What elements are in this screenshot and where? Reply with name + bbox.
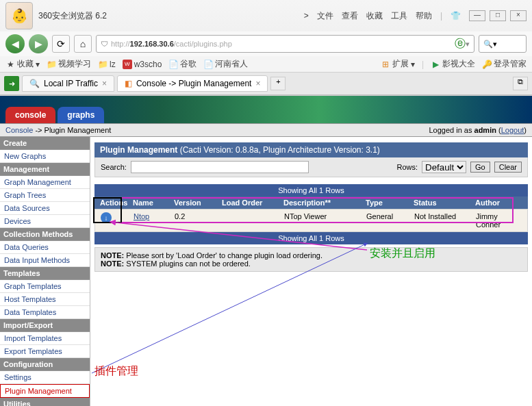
- nav-head-util: Utilities: [0, 398, 90, 406]
- url-bar[interactable]: 🛡 http:// 192.168.30.6 /cacti/plugins.ph…: [96, 35, 474, 53]
- bm-w3[interactable]: Ww3scho: [123, 60, 162, 69]
- go-button[interactable]: Go: [470, 162, 490, 173]
- cell-version: 0.2: [172, 212, 220, 229]
- note-label: NOTE:: [101, 259, 124, 268]
- rows-select[interactable]: Default: [422, 161, 466, 173]
- back-button[interactable]: ◀: [5, 34, 25, 53]
- window-title: 360安全浏览器 6.2: [38, 10, 107, 22]
- search-label: Search:: [101, 163, 127, 171]
- nav-import-tpl[interactable]: Import Templates: [0, 332, 90, 345]
- menu-view[interactable]: 查看: [342, 10, 358, 22]
- tab-pre-arrow[interactable]: ➜: [4, 76, 19, 91]
- logout-link[interactable]: Logout: [501, 126, 524, 134]
- win-min[interactable]: —: [469, 10, 485, 21]
- tab-console[interactable]: console: [5, 107, 55, 123]
- nav-new-graphs[interactable]: New Graphs: [0, 150, 90, 163]
- th-version[interactable]: Version: [171, 199, 219, 207]
- engine-drop[interactable]: ▾: [466, 40, 470, 49]
- th-name[interactable]: Name: [130, 199, 171, 207]
- page-icon: 📄: [203, 60, 213, 69]
- nav-host-tpl[interactable]: Host Templates: [0, 293, 90, 306]
- panel-title-b: Plugin Management: [100, 145, 177, 155]
- search-row: Search: Rows: Default Go Clear: [94, 157, 528, 177]
- nav-plugin-mgmt[interactable]: Plugin Management: [0, 384, 90, 398]
- nav-graph-mgmt[interactable]: Graph Management: [0, 176, 90, 189]
- nav-data-sources[interactable]: Data Sources: [0, 202, 90, 215]
- tab-localip[interactable]: 🔍 Local IP Traffic ×: [22, 75, 114, 92]
- close-icon[interactable]: ×: [255, 79, 260, 88]
- close-icon[interactable]: ×: [102, 79, 107, 88]
- ext-button[interactable]: ⊞扩展 ▾: [381, 58, 415, 70]
- plugin-name-link[interactable]: Ntop: [134, 212, 149, 220]
- nav-head-io: Import/Export: [0, 319, 90, 332]
- nav-head-coll: Collection Methods: [0, 228, 90, 241]
- menu-file[interactable]: 文件: [317, 10, 333, 22]
- tab-graphs[interactable]: graphs: [58, 107, 104, 123]
- menu-pipe: |: [440, 11, 442, 21]
- bookmarks-star[interactable]: ★收藏 ▾: [5, 58, 40, 70]
- url-path: /cacti/plugins.php: [174, 40, 232, 48]
- menu-skin-icon[interactable]: 👕: [451, 11, 461, 21]
- nav-graph-tpl[interactable]: Graph Templates: [0, 280, 90, 293]
- breadcrumb-console[interactable]: Console: [5, 126, 33, 134]
- breadcrumb: Console -> Plugin Management: [5, 126, 429, 134]
- bm-lz[interactable]: 📁lz: [98, 60, 116, 69]
- forward-button[interactable]: ▶: [29, 34, 48, 53]
- th-load[interactable]: Load Order: [219, 199, 281, 207]
- table-header: Actions Name Version Load Order Descript…: [94, 196, 528, 209]
- home-button[interactable]: ⌂: [74, 35, 92, 53]
- nav-settings[interactable]: Settings: [0, 371, 90, 384]
- win-close[interactable]: ×: [510, 10, 527, 21]
- bm-henan[interactable]: 📄河南省人: [203, 58, 248, 70]
- search-icon: 🔍▾: [483, 40, 497, 49]
- nav-graph-trees[interactable]: Graph Trees: [0, 189, 90, 202]
- shield-icon: 🛡: [101, 40, 108, 48]
- clear-button[interactable]: Clear: [494, 162, 522, 173]
- menu-fav[interactable]: 收藏: [366, 10, 383, 22]
- menu-tool[interactable]: 工具: [391, 10, 407, 22]
- th-type[interactable]: Type: [363, 199, 411, 207]
- nav-head-tpl: Templates: [0, 267, 90, 280]
- movie-button[interactable]: ▶影视大全: [431, 58, 475, 70]
- nav-head-mgmt: Management: [0, 163, 90, 176]
- folder-icon: 📁: [47, 60, 56, 69]
- w3-icon: W: [123, 60, 132, 69]
- star-icon: ★: [5, 60, 15, 69]
- install-icon[interactable]: ↓: [101, 212, 112, 223]
- search-box[interactable]: 🔍▾: [479, 35, 527, 53]
- note-label: NOTE:: [101, 251, 124, 259]
- tab-overflow[interactable]: ⧉: [513, 77, 528, 90]
- nav-export-tpl[interactable]: Export Templates: [0, 345, 90, 358]
- reload-button[interactable]: ⟳: [52, 35, 70, 53]
- tab-label: Console -> Plugin Management: [136, 79, 251, 88]
- login-mgr-button[interactable]: 🔑登录管家: [482, 58, 527, 70]
- nav-data-queries[interactable]: Data Queries: [0, 241, 90, 254]
- bookmarks-label: 收藏: [17, 58, 34, 70]
- nav-devices[interactable]: Devices: [0, 215, 90, 228]
- key-icon: 🔑: [482, 60, 492, 69]
- menu-help[interactable]: 帮助: [416, 10, 432, 22]
- bm-google[interactable]: 📄谷歌: [168, 58, 197, 70]
- user-avatar[interactable]: 👶: [5, 2, 33, 29]
- menu-sep: >: [304, 11, 309, 21]
- win-max[interactable]: □: [490, 10, 506, 21]
- page-icon: 📄: [168, 60, 178, 69]
- th-desc[interactable]: Description**: [281, 199, 363, 207]
- left-nav: Create New Graphs Management Graph Manag…: [0, 137, 90, 406]
- bm-video[interactable]: 📁视频学习: [47, 58, 91, 70]
- nav-data-tpl[interactable]: Data Templates: [0, 306, 90, 319]
- th-actions[interactable]: Actions: [97, 199, 130, 207]
- ext-icon: ⊞: [381, 60, 390, 69]
- play-icon: ▶: [431, 60, 440, 69]
- new-tab-button[interactable]: +: [270, 77, 286, 90]
- ext-label: 扩展: [392, 58, 409, 70]
- nav-data-input[interactable]: Data Input Methods: [0, 254, 90, 267]
- search-input[interactable]: [131, 161, 309, 173]
- url-proto: http://: [111, 40, 130, 48]
- th-author[interactable]: Author: [472, 199, 525, 207]
- tab-console-plugin[interactable]: ◧ Console -> Plugin Management ×: [117, 75, 268, 92]
- breadcrumb-page: Plugin Management: [45, 126, 112, 134]
- th-status[interactable]: Status: [411, 199, 472, 207]
- panel-title-rest: (Cacti Version: 0.8.8a, Plugin Architect…: [177, 145, 380, 155]
- engine-icon[interactable]: ⓔ: [455, 37, 466, 51]
